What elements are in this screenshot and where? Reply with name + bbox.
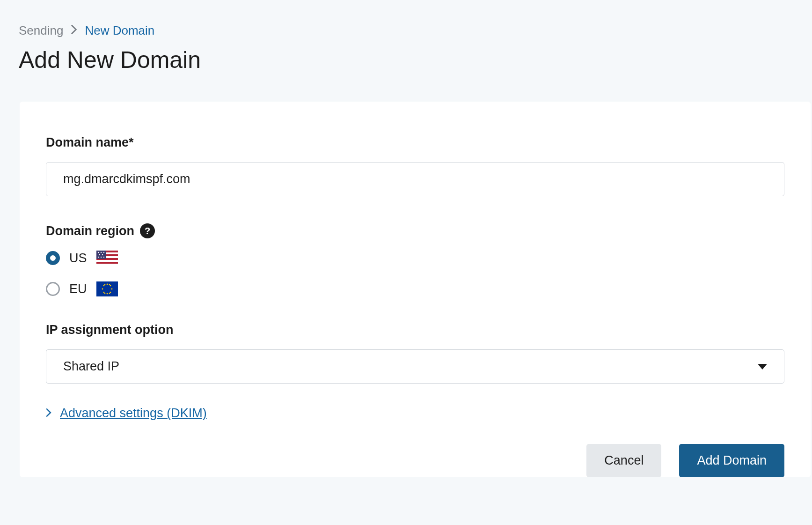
svg-point-9 — [99, 254, 100, 255]
caret-down-icon — [758, 364, 767, 370]
region-label-us: US — [69, 251, 87, 266]
region-option-us[interactable]: US — [46, 251, 784, 266]
domain-region-label: Domain region ? — [46, 223, 784, 238]
svg-point-7 — [100, 252, 101, 253]
ip-assignment-selected-value: Shared IP — [63, 359, 119, 374]
svg-point-24 — [109, 284, 110, 286]
breadcrumb-parent[interactable]: Sending — [19, 23, 63, 38]
eu-flag-icon — [96, 281, 118, 296]
ip-assignment-label: IP assignment option — [46, 323, 784, 337]
svg-point-10 — [102, 254, 102, 255]
svg-point-12 — [100, 257, 101, 258]
domain-name-label: Domain name* — [46, 135, 784, 150]
svg-point-15 — [106, 284, 108, 285]
region-label-eu: EU — [69, 282, 87, 296]
svg-rect-4 — [96, 264, 118, 266]
svg-point-16 — [106, 293, 108, 295]
svg-point-18 — [111, 288, 112, 290]
svg-rect-3 — [96, 260, 118, 262]
chevron-right-icon — [71, 25, 77, 37]
svg-rect-5 — [96, 251, 106, 259]
region-option-eu[interactable]: EU — [46, 281, 784, 296]
chevron-right-icon — [46, 407, 51, 420]
radio-unselected-icon — [46, 282, 60, 296]
svg-point-19 — [103, 285, 104, 287]
add-domain-button[interactable]: Add Domain — [679, 444, 784, 477]
breadcrumb: Sending New Domain — [19, 23, 793, 38]
ip-assignment-select[interactable]: Shared IP — [46, 349, 784, 384]
svg-point-11 — [97, 257, 98, 258]
svg-point-26 — [109, 293, 110, 294]
svg-point-13 — [103, 257, 104, 258]
advanced-settings-toggle[interactable]: Advanced settings (DKIM) — [46, 406, 784, 421]
cancel-button[interactable]: Cancel — [586, 444, 661, 477]
svg-point-8 — [103, 252, 104, 253]
svg-point-6 — [97, 252, 98, 253]
us-flag-icon — [96, 251, 118, 266]
svg-point-25 — [104, 293, 105, 294]
domain-name-input[interactable] — [46, 162, 784, 196]
form-card: Domain name* Domain region ? US — [20, 102, 811, 477]
domain-region-radio-group: US EU — [46, 251, 784, 296]
svg-point-17 — [102, 288, 103, 290]
page-title: Add New Domain — [19, 46, 793, 74]
advanced-settings-link: Advanced settings (DKIM) — [60, 406, 207, 421]
svg-point-23 — [104, 284, 105, 286]
domain-region-label-text: Domain region — [46, 224, 134, 238]
svg-point-20 — [110, 285, 111, 287]
radio-selected-icon — [46, 251, 60, 265]
svg-point-22 — [110, 292, 111, 293]
help-icon[interactable]: ? — [140, 223, 155, 238]
svg-point-21 — [103, 292, 104, 293]
breadcrumb-current: New Domain — [85, 23, 154, 38]
form-actions: Cancel Add Domain — [46, 444, 784, 477]
